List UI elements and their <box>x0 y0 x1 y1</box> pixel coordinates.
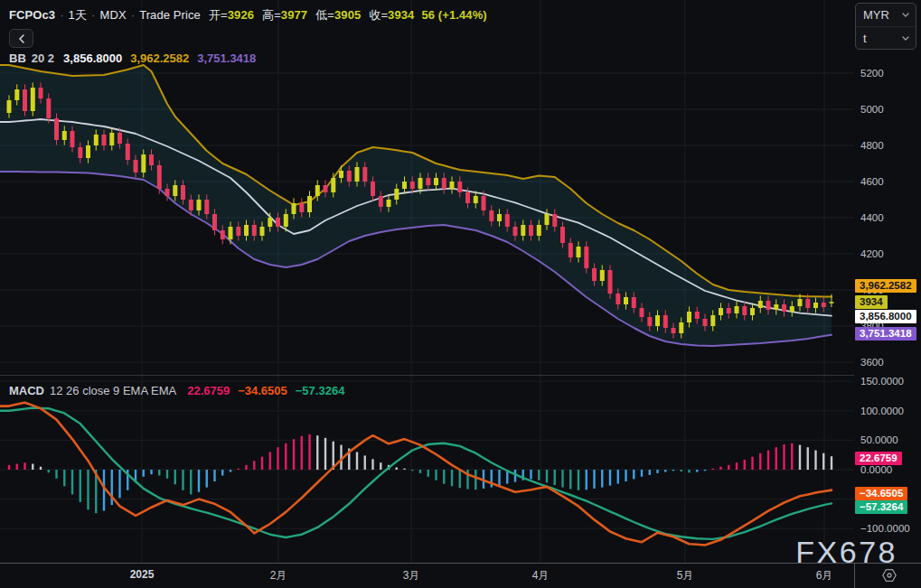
bb-lower-value: 3,751.3418 <box>197 51 256 65</box>
macd-line-label: −34.6505 <box>855 487 907 500</box>
macd-indicator-legend[interactable]: MACD12 26 close 9 EMA EMA22.6759−34.6505… <box>9 384 344 397</box>
low-value: 3905 <box>334 8 361 22</box>
bb-upper-value: 3,962.2582 <box>130 51 189 65</box>
currency-value: MYR <box>863 8 889 22</box>
pane-separator[interactable] <box>0 375 921 376</box>
close-value: 3934 <box>388 8 414 22</box>
bb-upper-label: 3,962.2582 <box>855 279 916 293</box>
trading-chart-app: FCPOc3·1天·MDX·Trade Price开=3926高=3977低=3… <box>0 0 921 588</box>
bb-basis-label: 3,856.8000 <box>855 310 916 323</box>
macd-title: MACD <box>9 384 44 397</box>
last-price-label: 3934 <box>855 295 888 309</box>
bb-lower-label: 3,751.3418 <box>855 327 916 341</box>
price-tick-label: 3600 <box>860 357 884 368</box>
change-value: 56 (+1.44%) <box>421 8 486 22</box>
unit-value: t <box>863 32 867 45</box>
currency-selector: MYR t <box>855 3 916 50</box>
exchange: MDX <box>99 8 126 22</box>
high-label: 高= <box>262 8 281 22</box>
separator-dot: · <box>91 8 95 22</box>
time-tick-label: 4月 <box>532 568 550 583</box>
macd-line-value: −34.6505 <box>238 384 287 397</box>
separator-dot: · <box>60 8 63 22</box>
macd-tick-label: 100.0000 <box>860 406 904 416</box>
time-tick-label: 5月 <box>677 568 694 583</box>
price-tick-label: 4400 <box>860 212 884 223</box>
separator-dot: · <box>131 8 135 22</box>
macd-hist-label: 22.6759 <box>855 452 902 465</box>
time-tick-label: 2月 <box>270 568 287 583</box>
fx678-watermark: FX678 <box>795 535 898 570</box>
high-value: 3977 <box>281 8 307 22</box>
price-tick-label: 5000 <box>860 104 884 115</box>
macd-tick-label: 0.0000 <box>860 464 892 475</box>
interval: 1天 <box>69 8 87 22</box>
time-tick-label: 3月 <box>403 568 420 583</box>
bb-basis-value: 3,856.8000 <box>63 51 122 65</box>
bb-title: BB <box>9 51 26 65</box>
price-tick-label: 4600 <box>860 176 884 187</box>
symbol-info-row: FCPOc3·1天·MDX·Trade Price开=3926高=3977低=3… <box>9 7 487 23</box>
hexagon-gear-icon <box>881 568 898 583</box>
price-tick-label: 5200 <box>860 68 884 79</box>
macd-hist-value: 22.6759 <box>187 384 230 397</box>
bb-params: 20 2 <box>32 51 54 65</box>
series-type: Trade Price <box>139 8 201 22</box>
price-tick-label: 4200 <box>860 248 884 259</box>
macd-signal-value: −57.3264 <box>296 384 345 397</box>
bb-indicator-legend[interactable]: BB20 23,856.80003,962.25823,751.3418 <box>9 51 256 65</box>
chevron-left-icon <box>18 34 25 43</box>
macd-tick-label: 50.0000 <box>860 434 898 445</box>
chevron-down-icon <box>902 36 909 41</box>
close-label: 收= <box>369 8 388 22</box>
time-tick-label: 6月 <box>816 568 833 583</box>
macd-tick-label: −100.0000 <box>860 523 910 534</box>
price-tick-label: 4800 <box>860 140 884 151</box>
currency-dropdown[interactable]: MYR <box>856 4 916 26</box>
macd-tick-label: 150.0000 <box>860 376 904 387</box>
back-button[interactable] <box>9 29 33 48</box>
unit-dropdown[interactable]: t <box>856 26 916 49</box>
macd-signal-label: −57.3264 <box>855 500 907 514</box>
time-axis[interactable]: 20252月3月4月5月6月 <box>0 564 854 588</box>
time-tick-label: 2025 <box>130 568 155 581</box>
low-label: 低= <box>315 8 334 22</box>
symbol-name: FCPOc3 <box>9 8 55 22</box>
open-value: 3926 <box>228 8 254 22</box>
macd-params: 12 26 close 9 EMA EMA <box>50 384 176 397</box>
chart-canvas[interactable] <box>0 0 854 563</box>
chevron-down-icon <box>902 13 909 17</box>
open-label: 开= <box>209 8 228 22</box>
scale-settings-icon[interactable] <box>881 568 898 586</box>
price-axis[interactable]: 520050004800460044004200400038003600150.… <box>854 0 921 563</box>
